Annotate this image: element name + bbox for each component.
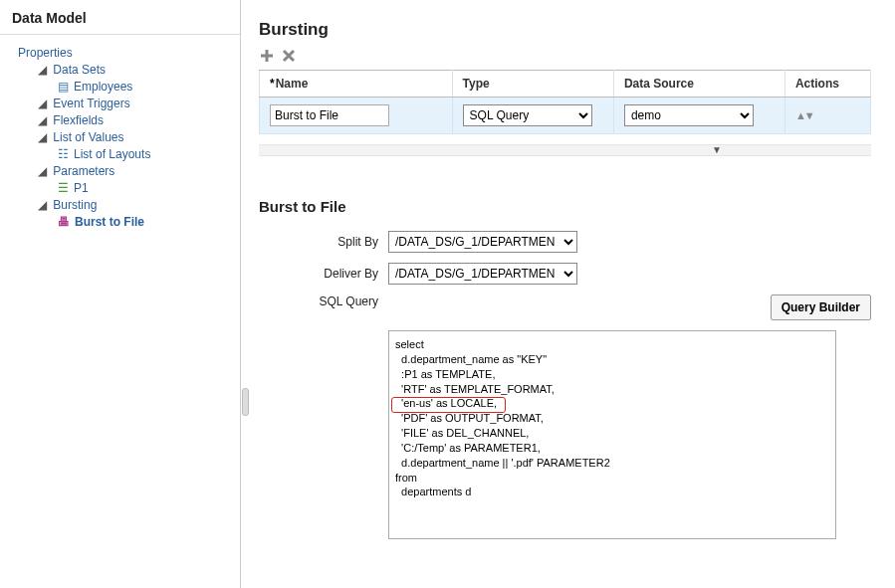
bursting-grid: *Name Type Data Source Actions SQL Query bbox=[259, 70, 871, 134]
printer-icon: 🖶 bbox=[58, 216, 70, 228]
main-panel: Bursting *Name Type Data Source Actions bbox=[241, 0, 895, 588]
expand-icon[interactable]: ◢ bbox=[38, 131, 47, 140]
tree-employees[interactable]: ▤ Employees bbox=[58, 80, 132, 94]
tree-bursting[interactable]: Bursting bbox=[53, 198, 97, 212]
col-data-source: Data Source bbox=[613, 71, 784, 98]
tree-label: List of Layouts bbox=[74, 147, 150, 161]
tree-event-triggers[interactable]: Event Triggers bbox=[53, 97, 129, 110]
burst-detail: Burst to File Split By /DATA_DS/G_1/DEPA… bbox=[259, 186, 871, 542]
tree-p1[interactable]: ☰ P1 bbox=[58, 181, 89, 195]
delete-icon[interactable] bbox=[281, 48, 297, 64]
bursting-title: Bursting bbox=[259, 20, 871, 40]
col-name: *Name bbox=[260, 71, 453, 98]
tree-parameters[interactable]: Parameters bbox=[53, 164, 114, 178]
deliverby-label: Deliver By bbox=[259, 267, 378, 281]
tree-data-sets[interactable]: Data Sets bbox=[53, 63, 106, 77]
tree-label: Burst to File bbox=[75, 215, 144, 229]
splitby-label: Split By bbox=[259, 235, 378, 249]
tree-list-of-values[interactable]: List of Values bbox=[53, 130, 123, 144]
bursting-ds-select[interactable]: demo bbox=[624, 104, 754, 126]
detail-title: Burst to File bbox=[259, 186, 871, 215]
tree-label: P1 bbox=[74, 181, 89, 195]
panel-separator: ▼ bbox=[259, 144, 871, 156]
sql-textarea[interactable] bbox=[388, 330, 836, 539]
tree-label: Employees bbox=[74, 80, 132, 94]
required-indicator: * bbox=[270, 77, 275, 91]
tree-root-properties[interactable]: Properties bbox=[18, 46, 73, 60]
collapse-icon[interactable]: ▼ bbox=[712, 144, 722, 155]
col-actions: Actions bbox=[784, 71, 870, 98]
move-up-down-icon[interactable]: ▲▼ bbox=[795, 109, 813, 121]
lov-icon: ☷ bbox=[58, 148, 69, 160]
tree-list-of-layouts[interactable]: ☷ List of Layouts bbox=[58, 147, 150, 161]
add-icon[interactable] bbox=[259, 48, 275, 64]
deliverby-select[interactable]: /DATA_DS/G_1/DEPARTMEN bbox=[388, 263, 577, 285]
col-type: Type bbox=[452, 71, 613, 98]
data-model-sidebar: Data Model Properties ◢ Data Sets ▤ Empl… bbox=[0, 0, 241, 588]
sidebar-title: Data Model bbox=[0, 6, 240, 35]
col-name-label: Name bbox=[276, 77, 309, 91]
bursting-name-input[interactable] bbox=[270, 104, 389, 126]
tree-flexfields[interactable]: Flexfields bbox=[53, 113, 104, 127]
bursting-row[interactable]: SQL Query demo ▲▼ bbox=[260, 98, 871, 134]
param-icon: ☰ bbox=[58, 182, 69, 194]
table-icon: ▤ bbox=[58, 81, 69, 93]
expand-icon[interactable]: ◢ bbox=[38, 114, 47, 123]
expand-icon[interactable]: ◢ bbox=[38, 199, 47, 208]
splitby-select[interactable]: /DATA_DS/G_1/DEPARTMEN bbox=[388, 231, 577, 253]
expand-icon[interactable]: ◢ bbox=[38, 64, 47, 73]
query-builder-button[interactable]: Query Builder bbox=[771, 294, 871, 320]
splitter-handle[interactable] bbox=[242, 388, 249, 416]
model-tree: Properties ◢ Data Sets ▤ Employees bbox=[0, 35, 240, 229]
expand-icon[interactable]: ◢ bbox=[38, 165, 47, 174]
expand-icon[interactable]: ◢ bbox=[38, 98, 47, 106]
bursting-type-select[interactable]: SQL Query bbox=[463, 104, 592, 126]
sql-label: SQL Query bbox=[259, 294, 378, 308]
tree-burst-to-file[interactable]: 🖶 Burst to File bbox=[58, 215, 144, 229]
